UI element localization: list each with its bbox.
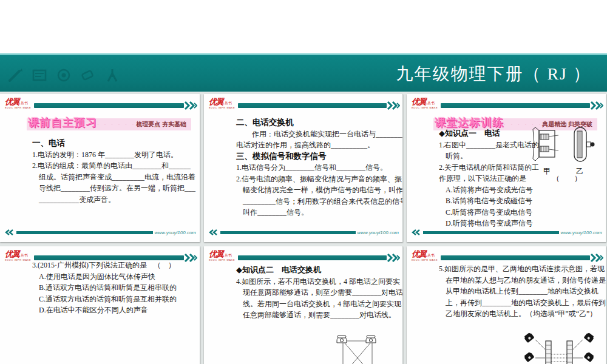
text-line: 电话对连的作用，提高线路的__________。 bbox=[236, 140, 396, 151]
slide-5[interactable]: 优翼丛书 EDUC IMPR MAKE ◆知识点二 电话交换机 4.如图所示，若… bbox=[204, 246, 403, 364]
presentation-window: 九年级物理下册（ RJ ） 优翼丛书 EDUC IMPR MAKE bbox=[0, 0, 607, 364]
logo-subtext: 丛书 bbox=[21, 101, 28, 105]
text-line: 作原理，以下说法正确的是 bbox=[439, 173, 526, 184]
slide-3[interactable]: 优翼丛书 EDUC IMPR MAKE 课堂达标训练 · · · · · · 典… bbox=[407, 94, 606, 242]
text-line: _________信号；利用数字的组合来代表信息的信号 bbox=[236, 196, 396, 207]
text-line: 1.电话的发明：1876 年________发明了电话。 bbox=[32, 149, 194, 161]
footer-bar bbox=[16, 231, 153, 234]
text-line: 1.电话信号分为________信号和________信号。 bbox=[236, 162, 396, 174]
logo-subtext: 丛书 bbox=[225, 254, 232, 257]
option-b: B.通话双方电话的话筒和听筒是互相串联的 bbox=[32, 282, 194, 294]
eraser-icon[interactable] bbox=[80, 67, 96, 83]
text-line: 组成。话筒把声音变成_________电流，电流沿着 bbox=[32, 172, 194, 183]
option-d: D.听筒将电信号变成声信号 bbox=[439, 218, 600, 229]
chevron-left-icon bbox=[209, 229, 219, 235]
top-white-strip bbox=[0, 0, 607, 53]
chevron-right-icon bbox=[387, 254, 400, 262]
slide-2[interactable]: 优翼丛书 EDUC IMPR MAKE 二、电话交换机 作用：电话交换机能实现把… bbox=[204, 94, 403, 242]
option-b: B.话筒将电信号变成磁信号 bbox=[439, 195, 600, 207]
slide-6[interactable]: 优翼丛书 EDUC IMPR MAKE 5.如图所示的是甲、乙两地的电话连接示意… bbox=[407, 246, 606, 364]
logo-text: 优翼 bbox=[209, 97, 223, 106]
four-phones-network-figure bbox=[328, 331, 387, 364]
text-line: ___________变成声音。 bbox=[32, 194, 194, 206]
pen-icon[interactable] bbox=[7, 67, 23, 83]
text-line: 作用：电话交换机能实现把一台电话与________ bbox=[236, 129, 396, 140]
slide-body: 3.(2015·广州模拟)下列说法正确的是 （ ） A.使用电话是因为固体比气体… bbox=[32, 260, 194, 316]
slide-body: 一、电话 1.电话的发明：1876 年________发明了电话。 2.电话的组… bbox=[32, 138, 194, 205]
text-line: 4.如图所示，若不用电话交换机，4 部电话之间要实 bbox=[236, 276, 396, 288]
text-line: 现任意两部能够通话，则至少需要________对电话 bbox=[236, 287, 396, 298]
banner-dots: · · · · · · · · bbox=[97, 121, 136, 127]
footer-bar bbox=[220, 231, 356, 234]
chevron-right-icon bbox=[184, 101, 197, 110]
logo-text: 优翼 bbox=[412, 249, 426, 258]
text-line: 听筒。 bbox=[439, 150, 600, 162]
logo-text: 优翼 bbox=[5, 249, 19, 258]
knowledge-point: ◆知识点二 电话交换机 bbox=[236, 265, 396, 276]
text-line: 任意两部能够通话，则需要________对电话线。 bbox=[236, 309, 396, 321]
chevron-right-icon bbox=[387, 101, 400, 110]
option-a: A.使用电话是因为固体比气体传声快 bbox=[32, 271, 194, 283]
slide-footer: www.youyi100.com bbox=[209, 228, 399, 237]
text-line: 2.电话的组成：最简单的电话由________和______ bbox=[32, 160, 194, 172]
chevron-right-icon bbox=[590, 254, 603, 262]
website-link[interactable]: www.youyi100.com bbox=[561, 230, 602, 235]
text-line: 上，再传到________地的电话交换机上，最后传到 bbox=[439, 297, 600, 309]
slide-1[interactable]: 优翼丛书 EDUC IMPR MAKE 课前自主预习 · · · · · · ·… bbox=[0, 94, 200, 242]
heading: 二、电话交换机 bbox=[236, 117, 396, 129]
slide-body: 二、电话交换机 作用：电话交换机能实现把一台电话与________ 电话对连的作… bbox=[236, 117, 396, 218]
chevron-left-icon bbox=[5, 229, 15, 235]
logo-subtext: 丛书 bbox=[427, 254, 435, 257]
pointer-icon[interactable] bbox=[104, 67, 120, 83]
logo-subtext: 丛书 bbox=[21, 254, 28, 257]
logo-text: 优翼 bbox=[412, 97, 426, 106]
knowledge-point: ◆知识点一 电话 bbox=[439, 128, 600, 140]
title-bar: 九年级物理下册（ RJ ） bbox=[0, 55, 607, 92]
slide-body: 5.如图所示的是甲、乙两地的电话连接示意图，若现 在甲地的某人想与乙地的朋友通话… bbox=[439, 263, 600, 320]
chevron-left-icon bbox=[412, 229, 421, 235]
text-line: 2.关于电话机的听筒和话筒的工 bbox=[439, 162, 600, 174]
record-icon[interactable] bbox=[56, 67, 72, 83]
annotation-toolbar bbox=[7, 67, 120, 83]
option-c: C.听筒将声信号变成电信号 bbox=[439, 207, 600, 218]
section-title: 课前自主预习 bbox=[28, 115, 97, 130]
text-line: 线。若用同一台电话交换机，4 部电话之间要实现 bbox=[236, 298, 396, 310]
text-line: 5.如图所示的是甲、乙两地的电话连接示意图，若现 bbox=[439, 263, 600, 275]
slide-grid: 优翼丛书 EDUC IMPR MAKE 课前自主预习 · · · · · · ·… bbox=[0, 92, 607, 364]
logo-text: 优翼 bbox=[5, 97, 19, 106]
text-line: 从甲地的电话机上传到________地的电话交换机 bbox=[439, 286, 600, 297]
header-bar bbox=[34, 103, 184, 108]
header-bar bbox=[238, 255, 387, 260]
option-d: D.在电话中不能区分不同人的声音 bbox=[32, 305, 194, 316]
text-line: 2.信号电流的频率、振幅变化情况与声音的频率、振 bbox=[236, 174, 396, 185]
text-line: 在甲地的某人想与乙地的朋友通话，则信号传递是 bbox=[439, 275, 600, 286]
option-a: A.话筒将声信号变成光信号 bbox=[439, 184, 600, 196]
question-stem: 3.(2015·广州模拟)下列说法正确的是 bbox=[32, 260, 147, 271]
slide-footer: www.youyi100.com bbox=[412, 228, 602, 237]
whiteboard-icon[interactable] bbox=[32, 67, 47, 83]
slide-body: ◆知识点一 电话 1.右图中________是老式电话的 听筒。 2.关于电话机… bbox=[439, 128, 600, 229]
answer-paren: （ ） bbox=[552, 173, 600, 184]
heading: 一、电话 bbox=[32, 138, 194, 149]
answer-paren: （ ） bbox=[154, 260, 194, 271]
text-line: 叫作________信号。 bbox=[236, 207, 396, 218]
text-line: 幅变化情况完全一样，模仿声信号的电信号，叫作 bbox=[236, 184, 396, 196]
slide-footer: www.youyi100.com bbox=[5, 228, 196, 237]
section-tagline: 梳理要点 夯实基础 bbox=[136, 120, 186, 129]
header-bar bbox=[441, 255, 590, 260]
slide-body: ◆知识点二 电话交换机 4.如图所示，若不用电话交换机，4 部电话之间要实 现任… bbox=[236, 265, 396, 321]
header-bar bbox=[238, 103, 387, 108]
text-line: 1.右图中________是老式电话的 bbox=[439, 140, 600, 151]
heading: 三、模拟信号和数字信号 bbox=[236, 151, 396, 163]
chevron-right-icon bbox=[590, 101, 603, 110]
section-banner: 课前自主预习 · · · · · · · · 梳理要点 夯实基础 bbox=[27, 118, 191, 130]
book-title: 九年级物理下册（ RJ ） bbox=[396, 62, 591, 86]
header-bar bbox=[441, 103, 590, 108]
website-link[interactable]: www.youyi100.com bbox=[155, 230, 196, 235]
option-c: C.通话双方电话的话筒和听筒是互相并联的 bbox=[32, 294, 194, 305]
logo-subtext: 丛书 bbox=[427, 101, 435, 105]
text-line: 乙地朋友家的电话机上。（均选填“甲”或“乙”） bbox=[439, 308, 600, 320]
website-link[interactable]: www.youyi100.com bbox=[358, 230, 399, 235]
slide-4[interactable]: 优翼丛书 EDUC IMPR MAKE 3.(2015·广州模拟)下列说法正确的… bbox=[0, 246, 200, 364]
logo-text: 优翼 bbox=[209, 249, 223, 258]
